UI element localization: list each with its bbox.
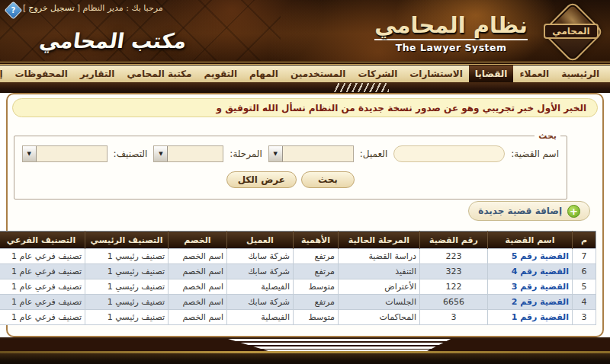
- case-name-cell: القضية رقم 4: [488, 264, 573, 279]
- sub-classification-cell: تصنيف فرعي عام 1: [0, 310, 85, 325]
- footer: [0, 337, 610, 364]
- column-header: التصنيف الرئيسي: [85, 231, 169, 249]
- cases-table: ماسم القضيةرقم القضيةالمرحلة الحاليةالأه…: [0, 231, 596, 325]
- main-classification-cell: تصنيف رئيسي 1: [85, 295, 169, 310]
- case-name-input[interactable]: [393, 145, 505, 162]
- row-index-cell: 3: [573, 310, 596, 325]
- table-row: 6القضية رقم 4323التنفيذمرتفعشركة سابكاسم…: [0, 264, 596, 279]
- current-stage-cell: التنفيذ: [339, 264, 420, 279]
- client-cell: شركة سابك: [227, 295, 294, 310]
- plus-icon: +: [567, 205, 580, 218]
- case-name-link[interactable]: القضية رقم 1: [512, 312, 569, 322]
- stage-select-value: [168, 146, 223, 161]
- main-classification-cell: تصنيف رئيسي 1: [85, 310, 169, 325]
- search-button[interactable]: بحث: [301, 171, 355, 188]
- row-index-cell: 6: [573, 264, 596, 279]
- badge-label: المحامي: [544, 24, 599, 39]
- welcome-text: مرحبا بك : مدير النظام [: [77, 3, 163, 13]
- logo-badge-icon: المحامي: [540, 2, 602, 60]
- table-row: 3القضية رقم 13المحاكماتمتوسطالفيصليةاسم …: [0, 310, 596, 325]
- nav-tab-archives[interactable]: المحفوظات: [9, 65, 74, 82]
- row-index-cell: 7: [573, 249, 596, 264]
- welcome-bar: مرحبا بك : مدير النظام [ تسجيل خروج ]: [23, 3, 163, 13]
- opponent-cell: اسم الخصم: [169, 279, 227, 295]
- row-index-cell: 5: [573, 279, 596, 295]
- case-name-cell: القضية رقم 2: [488, 295, 573, 310]
- nav-tab-users[interactable]: المستخدمين: [284, 65, 352, 82]
- row-index-cell: 4: [573, 295, 596, 310]
- importance-cell: مرتفع: [294, 264, 339, 279]
- column-header: التصنيف الفرعي: [0, 231, 85, 249]
- news-ticker: الخبر الأول خبر تجريبي وهو عن صدور نسخة …: [12, 98, 598, 117]
- main-nav: الرئيسيةالعملاءالقضاياالاستشاراتالشركاتا…: [0, 65, 610, 82]
- sub-classification-cell: تصنيف فرعي عام 1: [0, 264, 85, 279]
- footer-dark-bar: [0, 353, 610, 364]
- importance-cell: مرتفع: [294, 249, 339, 264]
- case-name-label: اسم القضية:: [511, 148, 559, 159]
- case-name-cell: القضية رقم 3: [488, 279, 573, 295]
- lawyer-system-app: ? مرحبا بك : مدير النظام [ تسجيل خروج ] …: [0, 0, 610, 364]
- nav-tab-tasks[interactable]: المهام: [243, 65, 284, 82]
- column-header: رقم القضية: [420, 231, 488, 249]
- nav-tab-consultations[interactable]: الاستشارات: [403, 65, 469, 82]
- case-number-cell: 223: [420, 249, 488, 264]
- client-cell: شركة سابك: [227, 264, 294, 279]
- app-logo: نظام المحامي The Lawyer System: [374, 12, 528, 53]
- logo-title: نظام المحامي: [374, 12, 528, 38]
- client-cell: الفيصلية: [227, 279, 294, 295]
- table-row: 7القضية رقم 5223دراسة القضيةمرتفعشركة سا…: [0, 249, 596, 264]
- search-fields-row: اسم القضية: العميل: ▼ المرحلة: ▼ التصنيف…: [14, 141, 567, 162]
- footer-right-shape: [427, 339, 610, 351]
- classification-select-value: [37, 146, 107, 161]
- case-name-link[interactable]: القضية رقم 5: [512, 251, 569, 261]
- nav-tab-home[interactable]: الرئيسية: [555, 65, 605, 82]
- add-case-button[interactable]: + إضافة قضية جديدة: [468, 201, 590, 221]
- show-all-button[interactable]: عرض الكل: [226, 171, 297, 188]
- case-name-link[interactable]: القضية رقم 4: [512, 267, 569, 276]
- nav-tab-reports[interactable]: التقارير: [74, 65, 121, 82]
- sub-classification-cell: تصنيف فرعي عام 1: [0, 249, 85, 264]
- nav-tab-clients[interactable]: العملاء: [513, 65, 555, 82]
- nav-tab-calendar[interactable]: التقويم: [197, 65, 243, 82]
- stage-label: المرحلة:: [230, 148, 262, 159]
- case-name-link[interactable]: القضية رقم 3: [512, 282, 569, 292]
- opponent-cell: اسم الخصم: [169, 264, 227, 279]
- nav-tab-library[interactable]: مكتبة المحامي: [120, 65, 197, 82]
- current-stage-cell: الجلسات: [339, 295, 420, 310]
- chevron-down-icon: ▼: [154, 146, 168, 161]
- sub-classification-cell: تصنيف فرعي عام 1: [0, 279, 85, 295]
- classification-label: التصنيف:: [114, 148, 148, 159]
- column-header: العميل: [227, 231, 294, 249]
- case-name-cell: القضية رقم 5: [488, 249, 573, 264]
- table-row: 5القضية رقم 3122الأعتراضمتوسطالفيصليةاسم…: [0, 279, 596, 295]
- nav-tab-settings[interactable]: إعدادات: [0, 65, 9, 82]
- client-select-value: [283, 146, 353, 161]
- stage-select[interactable]: ▼: [153, 145, 223, 162]
- main-classification-cell: تصنيف رئيسي 1: [85, 249, 169, 264]
- column-header: الأهمية: [294, 231, 339, 249]
- add-case-label: إضافة قضية جديدة: [478, 206, 562, 216]
- table-header-row: ماسم القضيةرقم القضيةالمرحلة الحاليةالأه…: [0, 231, 596, 249]
- column-header: اسم القضية: [488, 231, 573, 249]
- client-select[interactable]: ▼: [268, 145, 354, 162]
- importance-cell: مرتفع: [294, 295, 339, 310]
- current-stage-cell: الأعتراض: [339, 279, 420, 295]
- table-row: 4القضية رقم 26656الجلساتمرتفعشركة سابكاس…: [0, 295, 596, 310]
- main-classification-cell: تصنيف رئيسي 1: [85, 264, 169, 279]
- column-header: م: [573, 231, 596, 249]
- case-number-cell: 323: [420, 264, 488, 279]
- logo-subtitle: The Lawyer System: [374, 39, 528, 53]
- main-classification-cell: تصنيف رئيسي 1: [85, 279, 169, 295]
- footer-left-shape: [0, 339, 268, 351]
- importance-cell: متوسط: [294, 310, 339, 325]
- nav-tab-cases[interactable]: القضايا: [469, 65, 514, 82]
- search-panel: بحث اسم القضية: العميل: ▼ المرحلة: ▼ الت…: [14, 131, 567, 200]
- case-name-link[interactable]: القضية رقم 2: [512, 297, 569, 307]
- chevron-down-icon: ▼: [23, 146, 37, 161]
- client-label: العميل:: [360, 148, 387, 159]
- logout-link[interactable]: تسجيل خروج: [28, 3, 74, 13]
- case-number-cell: 3: [420, 310, 488, 325]
- nav-tab-companies[interactable]: الشركات: [352, 65, 403, 82]
- classification-select[interactable]: ▼: [22, 145, 108, 162]
- opponent-cell: اسم الخصم: [169, 249, 227, 264]
